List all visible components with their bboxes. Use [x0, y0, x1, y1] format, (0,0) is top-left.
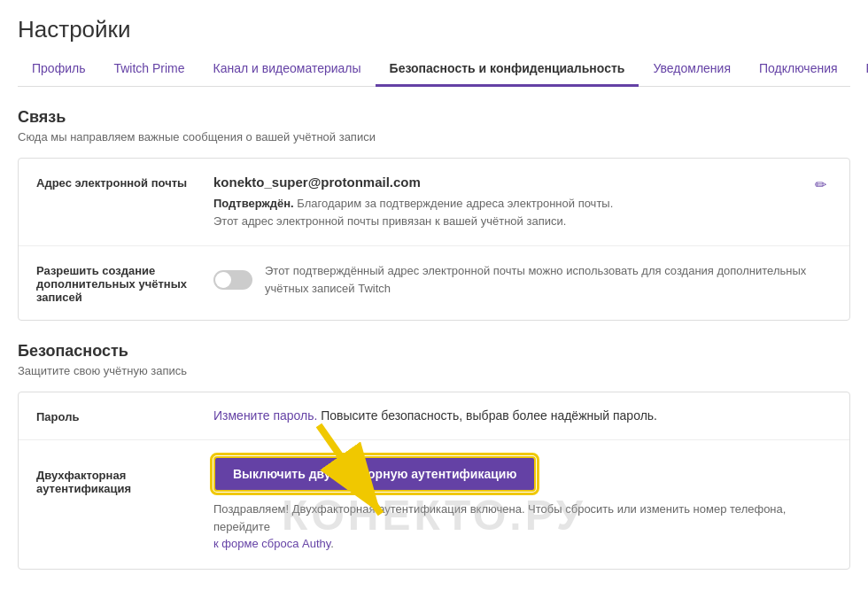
change-password-link[interactable]: Измените пароль.	[213, 408, 317, 423]
two-factor-label: Двухфакторная аутентификация	[36, 456, 213, 495]
tab-profile[interactable]: Профиль	[18, 52, 99, 87]
multi-account-row: Разрешить создание дополнительных учётны…	[19, 246, 849, 320]
email-label: Адрес электронной почты	[36, 175, 213, 190]
connection-section: Связь Сюда мы направляем важные сообщени…	[18, 108, 850, 321]
email-address: konekto_super@protonmail.com	[213, 175, 810, 190]
security-subtitle: Защитите свою учётную запись	[18, 364, 850, 377]
email-row: Адрес электронной почты konekto_super@pr…	[19, 159, 849, 246]
nav-tabs: Профиль Twitch Prime Канал и видеоматери…	[18, 52, 850, 87]
two-factor-value: Выключить двухфакторную аутентификацию П…	[213, 456, 832, 553]
tab-security[interactable]: Безопасность и конфиденциальность	[376, 52, 639, 87]
tab-connections[interactable]: Подключения	[745, 52, 852, 87]
email-status: Подтверждён. Благодарим за подтверждение…	[213, 195, 810, 229]
edit-email-icon[interactable]: ✏	[810, 175, 832, 195]
two-factor-detail: Поздравляем! Двухфакторная аутентификаци…	[213, 501, 832, 553]
password-label: Пароль	[36, 408, 213, 423]
multi-account-value: Этот подтверждённый адрес электронной по…	[213, 262, 832, 297]
toggle-wrapper: Этот подтверждённый адрес электронной по…	[213, 262, 832, 297]
multi-account-detail: Этот подтверждённый адрес электронной по…	[265, 262, 832, 297]
page-title: Настройки	[18, 16, 850, 43]
password-row: Пароль Измените пароль. Повысите безопас…	[19, 392, 849, 440]
security-title: Безопасность	[18, 342, 850, 361]
tab-notifications[interactable]: Уведомления	[639, 52, 745, 87]
connection-subtitle: Сюда мы направляем важные сообщения о ва…	[18, 130, 850, 144]
multi-account-label: Разрешить создание дополнительных учётны…	[36, 262, 213, 304]
tab-channel[interactable]: Канал и видеоматериалы	[199, 52, 376, 87]
security-section: Безопасность Защитите свою учётную запис…	[18, 342, 850, 570]
authy-reset-link[interactable]: к форме сброса Authy	[213, 537, 330, 550]
email-value-container: konekto_super@protonmail.com Подтверждён…	[213, 175, 810, 229]
two-factor-row: Двухфакторная аутентификация Выключить д…	[19, 440, 849, 569]
tab-twitch-prime[interactable]: Twitch Prime	[99, 52, 198, 87]
password-value: Измените пароль. Повысите безопасность, …	[213, 408, 832, 423]
connection-title: Связь	[18, 108, 850, 127]
connection-card: Адрес электронной почты konekto_super@pr…	[18, 158, 850, 321]
security-card: Пароль Измените пароль. Повысите безопас…	[18, 392, 850, 570]
tab-recommendations[interactable]: Рекомендации	[852, 52, 868, 87]
multi-account-toggle[interactable]	[213, 270, 252, 290]
disable-2fa-button[interactable]: Выключить двухфакторную аутентификацию	[213, 456, 536, 492]
